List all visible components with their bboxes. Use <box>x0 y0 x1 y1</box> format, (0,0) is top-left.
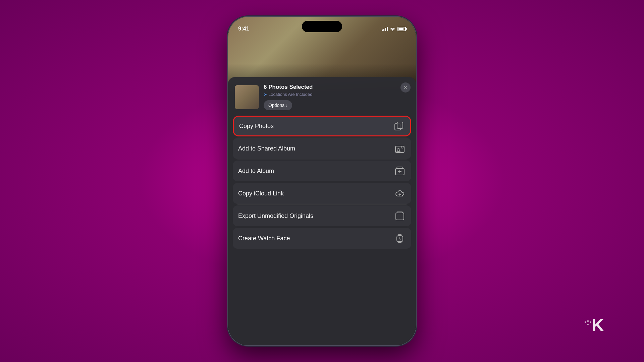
share-header: 6 Photos Selected ➤ Locations Are Includ… <box>228 77 416 116</box>
chevron-right-icon: › <box>286 103 287 108</box>
export-unmodified-label: Export Unmodified Originals <box>238 213 313 220</box>
share-subtitle: ➤ Locations Are Included <box>264 92 409 97</box>
watermark-dots: ·:· <box>584 317 592 327</box>
copy-icloud-link-item[interactable]: Copy iCloud Link <box>233 183 411 204</box>
divider-3 <box>237 182 407 182</box>
share-title: 6 Photos Selected <box>264 84 409 90</box>
svg-rect-1 <box>397 122 403 128</box>
add-to-shared-album-item[interactable]: Add to Shared Album <box>233 138 411 159</box>
export-unmodified-item[interactable]: Export Unmodified Originals <box>233 205 411 226</box>
copy-photos-item[interactable]: Copy Photos <box>233 116 411 136</box>
watermark-letter: K <box>591 315 604 335</box>
status-time: 9:41 <box>238 25 249 32</box>
phone-device: 9:41 6 Photos Select <box>228 17 416 345</box>
action-list: Copy Photos Add to Shared Album <box>228 116 416 249</box>
album-icon <box>394 165 406 177</box>
divider-4 <box>237 204 407 205</box>
create-watch-face-item[interactable]: Create Watch Face <box>233 228 411 249</box>
close-icon: ✕ <box>404 85 408 90</box>
add-to-album-label: Add to Album <box>238 168 274 175</box>
divider-2 <box>237 160 407 160</box>
divider-5 <box>237 227 407 227</box>
signal-icon <box>382 27 388 31</box>
share-info: 6 Photos Selected ➤ Locations Are Includ… <box>264 84 409 110</box>
dynamic-island <box>302 21 342 32</box>
photo-thumbnail <box>235 85 259 109</box>
add-to-shared-album-label: Add to Shared Album <box>238 145 295 152</box>
watermark: ·:·K <box>584 315 604 335</box>
location-arrow-icon: ➤ <box>264 92 267 97</box>
share-sheet: 6 Photos Selected ➤ Locations Are Includ… <box>228 77 416 345</box>
add-to-album-item[interactable]: Add to Album <box>233 161 411 181</box>
battery-icon <box>397 27 406 31</box>
copy-icloud-link-label: Copy iCloud Link <box>238 190 284 197</box>
wifi-icon <box>390 27 395 31</box>
share-subtitle-text: Locations Are Included <box>268 92 313 97</box>
create-watch-face-label: Create Watch Face <box>238 235 290 242</box>
copy-icon <box>393 120 405 132</box>
copy-photos-label: Copy Photos <box>239 123 274 130</box>
phone-screen: 9:41 6 Photos Select <box>228 17 416 345</box>
divider-1 <box>237 137 407 137</box>
status-icons <box>382 27 406 31</box>
svg-line-14 <box>400 239 401 239</box>
close-button[interactable]: ✕ <box>400 82 411 93</box>
export-icon <box>394 210 406 222</box>
watch-icon <box>394 232 406 244</box>
icloud-icon <box>394 187 406 199</box>
options-button[interactable]: Options › <box>264 100 292 110</box>
svg-rect-9 <box>396 213 404 220</box>
shared-album-icon <box>394 142 406 155</box>
svg-point-3 <box>397 148 400 151</box>
